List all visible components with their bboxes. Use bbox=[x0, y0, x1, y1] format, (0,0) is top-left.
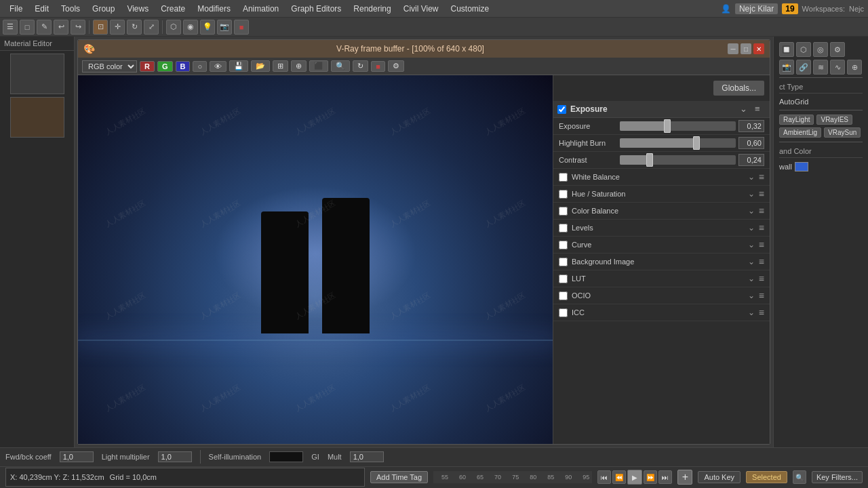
vray-tool-r[interactable]: R bbox=[140, 61, 155, 72]
icc-checkbox[interactable] bbox=[559, 308, 568, 317]
menu-group[interactable]: Group bbox=[87, 3, 120, 15]
menu-edit[interactable]: Edit bbox=[29, 3, 54, 15]
toolbar-material[interactable]: ◉ bbox=[183, 20, 198, 35]
menu-views[interactable]: Views bbox=[121, 3, 154, 15]
key-filters-button[interactable]: Key Filters... bbox=[812, 471, 863, 483]
levels-menu-icon[interactable]: ≡ bbox=[759, 222, 764, 233]
next-frame-button[interactable]: ⏩ bbox=[644, 470, 657, 484]
exposure-menu-icon[interactable]: ≡ bbox=[755, 104, 766, 115]
toolbar-light[interactable]: 💡 bbox=[200, 20, 215, 35]
color-balance-checkbox[interactable] bbox=[559, 207, 568, 216]
toolbar-btn-undo[interactable]: ↩ bbox=[54, 20, 68, 35]
menu-modifiers[interactable]: Modifiers bbox=[192, 3, 236, 15]
menu-file[interactable]: File bbox=[4, 3, 28, 15]
toolbar-btn-3[interactable]: ✎ bbox=[37, 20, 52, 35]
material-preview[interactable] bbox=[10, 54, 64, 94]
add-key-button[interactable]: + bbox=[677, 470, 692, 485]
fwd-bck-input[interactable] bbox=[60, 451, 94, 462]
menu-animation[interactable]: Animation bbox=[237, 3, 284, 15]
vray-tool-layers[interactable]: ⊞ bbox=[273, 60, 288, 72]
menu-create[interactable]: Create bbox=[155, 3, 191, 15]
mult-input[interactable] bbox=[350, 451, 384, 462]
curve-menu-icon[interactable]: ≡ bbox=[759, 239, 764, 250]
hue-saturation-expand-icon[interactable]: ⌄ bbox=[748, 189, 755, 199]
toolbar-rotate[interactable]: ↻ bbox=[127, 20, 142, 35]
vray-tool-refresh[interactable]: ↻ bbox=[353, 60, 368, 72]
white-balance-expand-icon[interactable]: ⌄ bbox=[748, 172, 755, 182]
prop-icon-2[interactable]: ⬡ bbox=[796, 42, 811, 57]
vray-tool-circle[interactable]: ○ bbox=[193, 61, 207, 72]
go-end-button[interactable]: ⏭ bbox=[658, 470, 672, 484]
highlight-slider[interactable] bbox=[620, 138, 736, 148]
color-balance-menu-icon[interactable]: ≡ bbox=[759, 205, 764, 216]
color-balance-expand-icon[interactable]: ⌄ bbox=[748, 206, 755, 216]
white-balance-checkbox[interactable] bbox=[559, 173, 568, 182]
vraysun-button[interactable]: VRaySun bbox=[824, 127, 861, 138]
toolbar-btn-2[interactable]: □ bbox=[20, 20, 35, 35]
levels-expand-icon[interactable]: ⌄ bbox=[748, 223, 755, 232]
play-button[interactable]: ▶ bbox=[627, 470, 642, 485]
ocio-expand-icon[interactable]: ⌄ bbox=[748, 291, 755, 300]
add-time-tag-button[interactable]: Add Time Tag bbox=[370, 471, 428, 483]
levels-checkbox[interactable] bbox=[559, 224, 568, 232]
ocio-checkbox[interactable] bbox=[559, 291, 568, 300]
vray-tool-stop[interactable]: ■ bbox=[371, 61, 385, 72]
toolbar-btn-redo[interactable]: ↪ bbox=[71, 20, 85, 35]
ambientlig-button[interactable]: AmbientLig bbox=[779, 127, 821, 138]
prop-icon-7[interactable]: ≋ bbox=[813, 60, 828, 75]
highlight-value-input[interactable] bbox=[738, 137, 764, 149]
wall-color-swatch[interactable] bbox=[795, 162, 808, 171]
vray-tool-g[interactable]: G bbox=[157, 61, 173, 72]
light-mult-input[interactable] bbox=[158, 451, 192, 462]
toolbar-stop[interactable]: ■ bbox=[234, 20, 249, 35]
ocio-menu-icon[interactable]: ≡ bbox=[759, 290, 764, 301]
window-maximize-button[interactable]: □ bbox=[741, 43, 751, 54]
prop-icon-8[interactable]: ∿ bbox=[830, 60, 845, 75]
toolbar-move[interactable]: ✛ bbox=[110, 20, 125, 35]
prop-icon-6[interactable]: 🔗 bbox=[796, 60, 811, 75]
curve-expand-icon[interactable]: ⌄ bbox=[748, 240, 755, 249]
background-image-expand-icon[interactable]: ⌄ bbox=[748, 257, 755, 266]
prop-icon-4[interactable]: ⚙ bbox=[830, 42, 845, 57]
prop-icon-1[interactable]: 🔲 bbox=[779, 42, 794, 57]
exposure-value-input[interactable] bbox=[738, 120, 764, 132]
vray-tool-region[interactable]: ⬛ bbox=[309, 60, 328, 72]
contrast-value-input[interactable] bbox=[738, 154, 764, 166]
background-image-menu-icon[interactable]: ≡ bbox=[759, 256, 764, 267]
lut-checkbox[interactable] bbox=[559, 274, 568, 283]
notification-badge[interactable]: 19 bbox=[782, 3, 797, 14]
lut-menu-icon[interactable]: ≡ bbox=[759, 273, 764, 284]
exposure-checkbox[interactable] bbox=[557, 105, 566, 114]
menu-customize[interactable]: Customize bbox=[446, 3, 495, 15]
window-close-button[interactable]: ✕ bbox=[753, 43, 764, 54]
exposure-expand-icon[interactable]: ⌄ bbox=[740, 104, 751, 115]
hue-saturation-menu-icon[interactable]: ≡ bbox=[759, 188, 764, 199]
search-key-icon[interactable]: 🔍 bbox=[793, 470, 806, 484]
icc-menu-icon[interactable]: ≡ bbox=[759, 307, 764, 318]
contrast-slider[interactable] bbox=[620, 155, 736, 165]
workspace-name[interactable]: Nejc bbox=[849, 5, 864, 13]
toolbar-select[interactable]: ⊡ bbox=[93, 20, 108, 35]
menu-rendering[interactable]: Rendering bbox=[348, 3, 396, 15]
icc-expand-icon[interactable]: ⌄ bbox=[748, 308, 755, 317]
color-mode-select[interactable]: RGB color bbox=[82, 60, 137, 73]
self-illum-color[interactable] bbox=[269, 451, 303, 462]
prev-frame-button[interactable]: ⏪ bbox=[612, 470, 626, 484]
lut-expand-icon[interactable]: ⌄ bbox=[748, 274, 755, 283]
globals-button[interactable]: Globals... bbox=[713, 81, 764, 96]
toolbar-render[interactable]: ⬡ bbox=[166, 20, 181, 35]
white-balance-menu-icon[interactable]: ≡ bbox=[759, 171, 764, 182]
auto-key-button[interactable]: Auto Key bbox=[698, 471, 741, 483]
material-preview-2[interactable] bbox=[10, 97, 64, 138]
vray-tool-zoom[interactable]: 🔍 bbox=[331, 60, 350, 72]
prop-icon-3[interactable]: ◎ bbox=[813, 42, 828, 57]
vray-tool-settings[interactable]: ⚙ bbox=[388, 60, 404, 72]
exposure-slider[interactable] bbox=[620, 121, 736, 131]
hue-saturation-checkbox[interactable] bbox=[559, 190, 568, 199]
user-name[interactable]: Nejc Kilar bbox=[735, 3, 778, 14]
prop-icon-9[interactable]: ⊕ bbox=[847, 60, 862, 75]
vrayies-button[interactable]: VRayIES bbox=[816, 115, 852, 125]
selected-button[interactable]: Selected bbox=[746, 471, 787, 483]
menu-tools[interactable]: Tools bbox=[56, 3, 85, 15]
toolbar-scale[interactable]: ⤢ bbox=[144, 20, 159, 35]
